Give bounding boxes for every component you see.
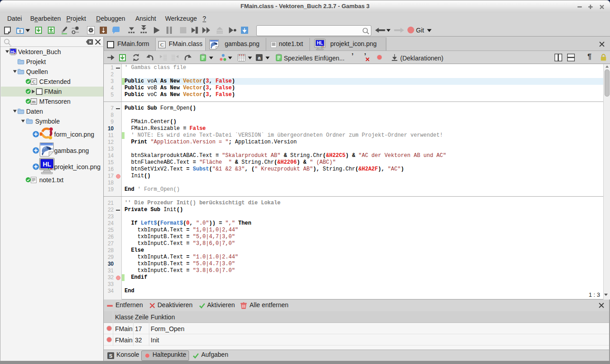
- svg-text:C: C: [160, 42, 163, 47]
- svg-text:a: a: [258, 55, 261, 60]
- svg-text:HL: HL: [317, 41, 323, 46]
- svg-text:m: m: [32, 99, 36, 104]
- svg-text:S: S: [109, 353, 112, 359]
- svg-text:C: C: [32, 79, 36, 84]
- svg-text:HL: HL: [43, 161, 51, 168]
- svg-text:HL: HL: [11, 50, 16, 54]
